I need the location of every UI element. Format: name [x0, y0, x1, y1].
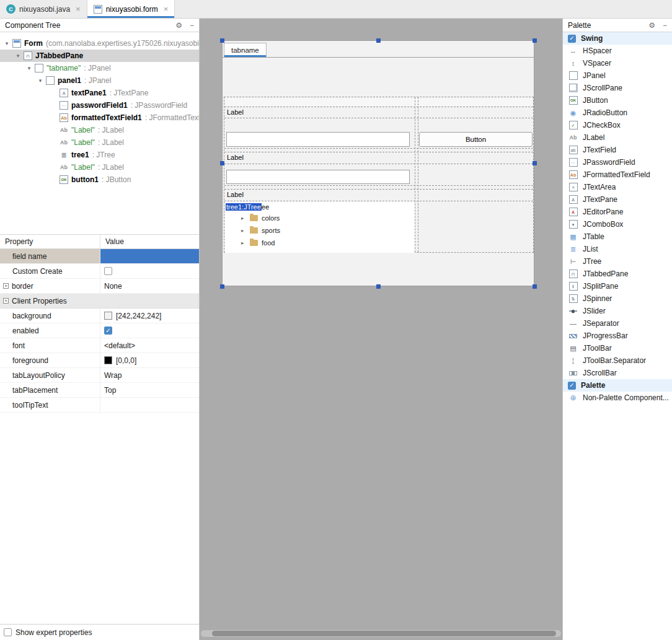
palette-item-jtoolbar[interactable]: ▤JToolBar: [563, 342, 672, 354]
property-row-border[interactable]: + border None: [0, 279, 199, 294]
palette-item-jcheckbox[interactable]: ✓JCheckBox: [563, 119, 672, 131]
palette-item-hspacer[interactable]: ↔HSpacer: [563, 45, 672, 57]
property-value[interactable]: <default>: [100, 338, 199, 353]
selection-handle-top-right[interactable]: [533, 38, 537, 43]
property-row-tabplacement[interactable]: tabPlacement Top: [0, 383, 199, 398]
property-name[interactable]: font: [0, 338, 100, 353]
palette-item-jcombobox[interactable]: ▾JComboBox: [563, 218, 672, 230]
designer-label-1[interactable]: Label: [227, 108, 244, 117]
palette-item-jpasswordfield[interactable]: ⋯JPasswordField: [563, 156, 672, 169]
tree-node-label-3[interactable]: Ab "Label" : JLabel: [0, 161, 199, 173]
palette-item-jslider[interactable]: JSlider: [563, 305, 672, 317]
tree-item-food[interactable]: ▸ food: [225, 237, 415, 249]
property-name[interactable]: enabled: [0, 323, 100, 338]
designer-label-2[interactable]: Label: [227, 153, 244, 162]
property-value[interactable]: Top: [100, 383, 199, 397]
palette-item-non-palette-component[interactable]: ⊕Non-Palette Component...: [563, 392, 672, 404]
tree-node-form[interactable]: ▾ Form (com.nanolaba.expertises.y175026.…: [0, 37, 199, 50]
property-name[interactable]: border: [12, 282, 33, 291]
property-name[interactable]: toolTipText: [0, 398, 100, 412]
tree-node-formattedtextfield1[interactable]: Ab formattedTextField1 : JFormattedTextF…: [0, 112, 199, 124]
chevron-down-icon[interactable]: ▾: [14, 53, 22, 59]
palette-item-jspinner[interactable]: ⇅JSpinner: [563, 292, 672, 305]
property-row-font[interactable]: font <default>: [0, 338, 199, 353]
palette-item-jscrollbar[interactable]: JScrollBar: [563, 367, 672, 379]
property-row-tablayoutpolicy[interactable]: tabLayoutPolicy Wrap: [0, 368, 199, 383]
expander-icon[interactable]: +: [3, 298, 9, 304]
palette-item-jlist[interactable]: ≣JList: [563, 243, 672, 255]
property-name[interactable]: field name: [0, 249, 100, 263]
design-form[interactable]: tabname Label Button Label Label: [222, 40, 534, 286]
chevron-down-icon[interactable]: ▾: [36, 77, 45, 84]
show-expert-properties-row[interactable]: Show expert properties: [0, 624, 199, 640]
tree-node-button1[interactable]: OK button1 : JButton: [0, 173, 199, 186]
palette-item-jtextfield[interactable]: abJTextField: [563, 144, 672, 156]
color-swatch-foreground[interactable]: [104, 356, 112, 364]
tree-node-panel1[interactable]: ▾ panel1 : JPanel: [0, 74, 199, 87]
hide-icon[interactable]: −: [190, 22, 194, 29]
palette-item-jradiobutton[interactable]: ◉JRadioButton: [563, 107, 672, 119]
property-name[interactable]: Custom Create: [0, 264, 100, 278]
designer-label-3[interactable]: Label: [227, 190, 244, 199]
palette-item-jscrollpane[interactable]: JScrollPane: [563, 82, 672, 94]
tree-node-tabname[interactable]: ▾ "tabname" : JPanel: [0, 62, 199, 74]
selection-handle-top-center[interactable]: [376, 38, 381, 43]
palette-item-vspacer[interactable]: ↕VSpacer: [563, 57, 672, 69]
tab-nixuyasobi-form[interactable]: nixuyasobi.form ×: [87, 0, 175, 18]
checkbox-unchecked[interactable]: [104, 267, 112, 275]
tree-item-sports[interactable]: ▸ sports: [225, 224, 415, 237]
property-name[interactable]: tabLayoutPolicy: [0, 368, 100, 382]
palette-item-jlabel[interactable]: AbJLabel: [563, 131, 672, 144]
property-row-custom-create[interactable]: Custom Create: [0, 264, 199, 279]
tab-nixuyasobi-java[interactable]: C nixuyasobi.java ×: [0, 0, 87, 18]
palette-item-jformattedtextfield[interactable]: AbJFormattedTextField: [563, 169, 672, 181]
property-value-editor[interactable]: [100, 249, 199, 263]
tree-root-node[interactable]: tree1:JTreeee: [226, 203, 415, 211]
designer-tab-tabname[interactable]: tabname: [224, 43, 267, 57]
property-value[interactable]: [242,242,242]: [116, 312, 161, 320]
palette-item-jprogressbar[interactable]: JProgressBar: [563, 330, 672, 342]
designer-button[interactable]: Button: [419, 132, 533, 147]
chevron-down-icon[interactable]: ▾: [25, 65, 33, 71]
palette-item-jtabbedpane[interactable]: ⊓JTabbedPane: [563, 268, 672, 280]
property-row-enabled[interactable]: enabled ✓: [0, 323, 199, 338]
palette-item-jpanel[interactable]: JPanel: [563, 69, 672, 82]
tree-node-textpane1[interactable]: A textPane1 : JTextPane: [0, 87, 199, 99]
hide-icon[interactable]: −: [663, 22, 667, 29]
tree-node-tree1[interactable]: ≣ tree1 : JTree: [0, 149, 199, 161]
selection-handle-top-left[interactable]: [220, 38, 224, 43]
selection-handle-bottom-right[interactable]: [533, 284, 537, 289]
checkbox-checked[interactable]: ✓: [104, 327, 112, 335]
palette-item-jeditorpane[interactable]: AJEditorPane: [563, 206, 672, 218]
gear-icon[interactable]: ⚙: [648, 22, 655, 29]
selection-handle-bottom-center[interactable]: [376, 284, 381, 289]
property-name[interactable]: foreground: [0, 353, 100, 367]
designer-formatted-text-field[interactable]: [226, 170, 410, 184]
palette-item-jseparator[interactable]: ―JSeparator: [563, 317, 672, 330]
palette-item-jtextpane[interactable]: AJTextPane: [563, 193, 672, 206]
selection-handle-bottom-left[interactable]: [220, 284, 224, 289]
chevron-down-icon[interactable]: ▾: [2, 40, 11, 46]
close-icon[interactable]: ×: [76, 4, 81, 14]
palette-item-jbutton[interactable]: OKJButton: [563, 94, 672, 107]
tree-item-colors[interactable]: ▸ colors: [225, 212, 415, 224]
chevron-right-icon[interactable]: ▸: [241, 240, 246, 246]
tree-node-label-2[interactable]: Ab "Label" : JLabel: [0, 136, 199, 149]
property-row-foreground[interactable]: foreground [0,0,0]: [0, 353, 199, 368]
property-row-background[interactable]: background [242,242,242]: [0, 309, 199, 323]
palette-item-jtoolbar-separator[interactable]: ¦JToolBar.Separator: [563, 354, 672, 367]
expander-icon[interactable]: +: [3, 283, 9, 289]
chevron-right-icon[interactable]: ▸: [241, 227, 246, 234]
scrollbar-thumb[interactable]: [212, 631, 556, 636]
property-value[interactable]: [0,0,0]: [116, 356, 136, 365]
chevron-right-icon[interactable]: ▸: [241, 215, 246, 221]
palette-group-swing[interactable]: ✓ Swing: [563, 32, 672, 45]
design-canvas[interactable]: tabname Label Button Label Label: [200, 19, 562, 640]
selection-handle-mid-right[interactable]: [533, 161, 537, 165]
property-row-field-name[interactable]: field name: [0, 249, 199, 264]
property-value[interactable]: [100, 398, 199, 412]
property-name[interactable]: background: [0, 309, 100, 323]
checkbox-unchecked[interactable]: [4, 628, 12, 636]
canvas-horizontal-scrollbar[interactable]: [201, 630, 561, 637]
tree-node-passwordfield1[interactable]: ⋯ passwordField1 : JPasswordField: [0, 99, 199, 112]
